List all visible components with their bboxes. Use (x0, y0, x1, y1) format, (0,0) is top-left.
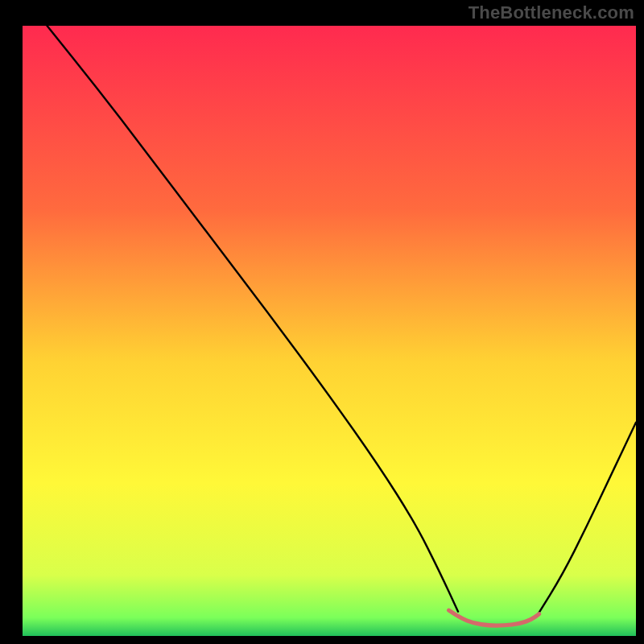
bottleneck-chart (0, 0, 644, 644)
chart-background (23, 26, 636, 636)
watermark-text: TheBottleneck.com (469, 2, 634, 23)
